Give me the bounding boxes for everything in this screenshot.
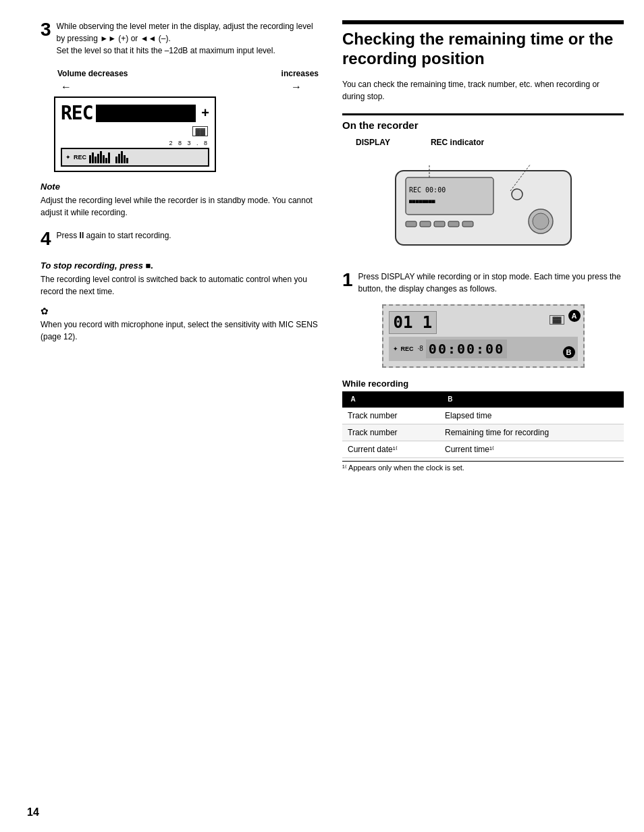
svg-rect-9 (462, 221, 473, 227)
bar10 (118, 154, 120, 163)
level-numbers: 2 8 3 . 8 (61, 140, 209, 146)
note-section: Note Adjust the recording level while th… (41, 182, 322, 219)
table-row: Current date¹⁽Current time¹⁽ (342, 441, 624, 457)
table-cell-b: Current time¹⁽ (439, 441, 624, 457)
svg-point-4 (512, 189, 522, 200)
label-a: A (568, 310, 581, 322)
step1-right-number: 1 (342, 271, 353, 289)
arrow-row: ← → (54, 81, 322, 93)
rec-text-small: REC (74, 154, 86, 161)
display-dot: ·8 (418, 345, 423, 352)
section-title: Checking the remaining time or the recor… (342, 30, 624, 69)
tip-icon: ✿ (41, 306, 322, 316)
step4-text: Press II again to start recording. (57, 229, 322, 242)
step3-block: 3 While observing the level meter in the… (41, 20, 322, 57)
rec-display-box: REC + ▓▓ 2 8 3 . 8 ✦ REC (54, 96, 216, 172)
bar7 (105, 158, 107, 163)
svg-rect-8 (448, 221, 459, 227)
step1-right-block: 1 Press DISPLAY while recording or in st… (342, 271, 624, 295)
rec-top-row: REC + (61, 102, 209, 124)
stop-text: The recording level control is switched … (41, 273, 322, 298)
volume-diagram: Volume decreases increases ← → REC + ▓▓ (54, 69, 322, 172)
circle-b: B (445, 394, 456, 405)
label-b: B (563, 346, 575, 358)
stop-recording-title: To stop recording, press ■. (41, 260, 322, 271)
display-bottom-row: ✦ REC ·8 00:00:00 B (389, 337, 578, 361)
bar13 (126, 158, 128, 163)
left-arrow: ← (61, 81, 72, 93)
recorder-labels: DISPLAY REC indicator (356, 138, 624, 147)
subsection-bar (342, 113, 624, 115)
step4-number: 4 (41, 229, 51, 248)
table-cell-a: Current date¹⁽ (342, 441, 439, 457)
while-recording-title: While recording (342, 379, 624, 389)
step3-content: While observing the level meter in the d… (57, 20, 322, 57)
circle-a: A (348, 394, 358, 405)
tip-section: ✿ When you record with microphone input,… (41, 306, 322, 343)
recorder-image: REC 00:00 ■■■■■■■■ (375, 150, 591, 258)
section-intro: You can check the remaining time, track … (342, 78, 624, 103)
right-column: Checking the remaining time or the recor… (342, 20, 624, 472)
recording-table-body: Track numberElapsed timeTrack numberRema… (342, 408, 624, 458)
table-cell-b: Remaining time for recording (439, 424, 624, 441)
svg-rect-7 (434, 221, 445, 227)
display-diagram-outer: 01 1 A ▓▓ ✦ REC ·8 00:00:00 B (382, 304, 585, 368)
rec-bar (96, 105, 196, 122)
rec-indicator-label: REC indicator (431, 138, 484, 147)
page-container: 3 While observing the level meter in the… (0, 0, 644, 493)
table-cell-a: Track number (342, 408, 439, 424)
table-row: Track numberRemaining time for recording (342, 424, 624, 441)
recorder-svg: REC 00:00 ■■■■■■■■ (375, 150, 591, 258)
bar4 (97, 154, 99, 163)
svg-rect-5 (406, 221, 417, 227)
left-column: 3 While observing the level meter in the… (41, 20, 322, 472)
rec-label: REC (61, 102, 93, 124)
section-title-bar (342, 20, 624, 24)
bar3 (95, 157, 97, 163)
svg-text:REC  00:00: REC 00:00 (409, 186, 446, 194)
bar2 (92, 152, 94, 163)
display-rec-icon: ✦ (393, 345, 398, 352)
battery-icon: ▓▓ (192, 126, 208, 136)
bar6 (103, 155, 105, 163)
display-track: 01 1 (389, 311, 437, 334)
subsection-title: On the recorder (342, 119, 624, 131)
step3-number: 3 (41, 20, 51, 39)
battery-area: ▓▓ (61, 126, 209, 140)
bar11 (121, 151, 123, 163)
step1-right-content: Press DISPLAY while recording or in stop… (358, 271, 624, 295)
step1-right-text: Press DISPLAY while recording or in stop… (358, 271, 624, 295)
bar8 (108, 152, 110, 163)
step4-content: Press II again to start recording. (57, 229, 322, 242)
volume-labels: Volume decreases increases (54, 69, 322, 78)
while-recording-section: While recording A B Track numberElapsed … (342, 379, 624, 472)
display-label: DISPLAY (356, 138, 390, 147)
footnote: ¹⁽ Appears only when the clock is set. (342, 461, 624, 472)
rec-icon-small: ✦ (65, 154, 71, 161)
volume-decreases-label: Volume decreases (57, 69, 128, 78)
tip-text: When you record with microphone input, s… (41, 318, 322, 343)
rec-plus: + (201, 105, 209, 121)
table-row: Track numberElapsed time (342, 408, 624, 424)
note-title: Note (41, 182, 322, 192)
table-cell-a: Track number (342, 424, 439, 441)
bar1 (89, 155, 91, 163)
note-text: Adjust the recording level while the rec… (41, 194, 322, 219)
page-number: 14 (27, 806, 39, 819)
col-b-header: B (439, 391, 624, 408)
svg-point-11 (533, 213, 549, 229)
stop-recording-section: To stop recording, press ■. The recordin… (41, 260, 322, 298)
svg-rect-1 (406, 177, 493, 215)
bar5 (100, 151, 102, 163)
meter-bars (89, 151, 110, 163)
table-header-row: A B (342, 391, 624, 408)
right-arrow: → (291, 81, 302, 93)
bar9 (115, 157, 117, 163)
col-a-header: A (342, 391, 439, 408)
display-diagram-container: 01 1 A ▓▓ ✦ REC ·8 00:00:00 B (382, 304, 585, 368)
volume-increases-label: increases (281, 69, 319, 78)
table-cell-b: Elapsed time (439, 408, 624, 424)
step3-text: While observing the level meter in the d… (57, 20, 322, 57)
display-time: 00:00:00 (426, 339, 507, 358)
display-battery: ▓▓ (549, 315, 564, 325)
